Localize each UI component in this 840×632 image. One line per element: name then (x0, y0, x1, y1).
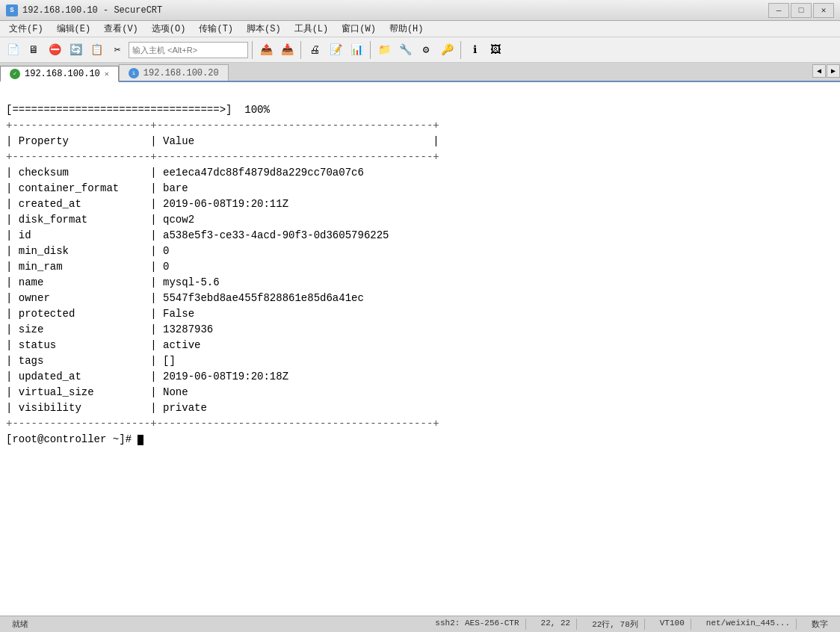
tab-2-label: 192.168.100.20 (143, 68, 219, 78)
tab-2[interactable]: i 192.168.100.20 (119, 64, 229, 81)
toolbar-separator-2 (300, 41, 301, 59)
reconnect-btn[interactable]: 🔄 (66, 40, 85, 60)
terminal-line: | name | mysql-5.6 (6, 275, 834, 291)
terminal-line: | container_format | bare (6, 181, 834, 196)
terminal-line: +----------------------+----------------… (6, 149, 834, 165)
paste-btn[interactable]: 📥 (277, 40, 297, 60)
keygen-btn[interactable]: 🔧 (395, 40, 415, 60)
menu-options[interactable]: 选项(O) (146, 21, 192, 37)
terminal-line: | protected | False (6, 306, 834, 322)
close-button[interactable]: ✕ (813, 3, 834, 18)
host-input[interactable] (129, 42, 248, 58)
thumbnail-btn[interactable]: 🖼 (486, 40, 505, 60)
terminal-line: | Property | Value | (6, 134, 834, 149)
terminal-line: +----------------------+----------------… (6, 118, 834, 134)
lock-btn[interactable]: 🔑 (437, 40, 457, 60)
toolbar: 📄 🖥 ⛔ 🔄 📋 ✂ 📤 📥 🖨 📝 📊 📁 🔧 ⚙ 🔑 ℹ 🖼 (0, 37, 840, 63)
status-bar: 就绪 ssh2: AES-256-CTR 22, 22 22行, 78列 VT1… (0, 616, 840, 632)
toolbar-separator-3 (370, 41, 371, 59)
status-position: 22, 22 (535, 619, 578, 630)
status-rowcol: 22行, 78列 (586, 619, 645, 630)
terminal-prompt: [root@controller ~]# (6, 432, 834, 447)
toolbar-separator-1 (252, 41, 253, 59)
del-btn[interactable]: ✂ (108, 40, 127, 60)
terminal-area[interactable]: [=================================>] 100… (0, 82, 840, 616)
terminal-line: | id | a538e5f3-ce33-4acd-90f3-0d3605796… (6, 228, 834, 244)
toolbar-separator-4 (460, 41, 461, 59)
terminal-line: | status | active (6, 338, 834, 353)
tab-1-close[interactable]: ✕ (105, 69, 109, 78)
terminal-line: | created_at | 2019-06-08T19:20:11Z (6, 196, 834, 212)
menu-bar: 文件(F) 编辑(E) 查看(V) 选项(O) 传输(T) 脚本(S) 工具(L… (0, 21, 840, 37)
tab-1-label: 192.168.100.10 (25, 69, 100, 79)
menu-script[interactable]: 脚本(S) (241, 21, 287, 37)
menu-help[interactable]: 帮助(H) (383, 21, 430, 37)
terminal-line: | checksum | ee1eca47dc88f4879d8a229cc70… (6, 165, 834, 181)
status-source: net/weixin_445... (700, 619, 797, 630)
terminal-line: | size | 13287936 (6, 322, 834, 338)
terminal-line: +----------------------+----------------… (6, 416, 834, 432)
print-btn[interactable]: 🖨 (305, 40, 324, 60)
log2-btn[interactable]: 📊 (347, 40, 366, 60)
terminal-line: | virtual_size | None (6, 385, 834, 400)
status-encryption: ssh2: AES-256-CTR (429, 619, 525, 630)
terminal-line: [=================================>] 100… (6, 102, 834, 118)
terminal-cursor (138, 435, 143, 445)
menu-edit[interactable]: 编辑(E) (51, 21, 97, 37)
menu-file[interactable]: 文件(F) (3, 21, 49, 37)
terminal-line: | min_ram | 0 (6, 259, 834, 275)
sftp-btn[interactable]: 📁 (374, 40, 394, 60)
window-controls: — □ ✕ (768, 3, 834, 18)
app-icon: S (6, 4, 18, 16)
log-btn[interactable]: 📝 (326, 40, 345, 60)
window-title: 192.168.100.10 - SecureCRT (22, 5, 162, 16)
maximize-button[interactable]: □ (791, 3, 812, 18)
menu-window[interactable]: 窗口(W) (336, 21, 382, 37)
terminal-line: | visibility | private (6, 400, 834, 416)
terminal-line: | tags | [] (6, 353, 834, 369)
terminal-line: | disk_format | qcow2 (6, 212, 834, 228)
status-numlock: 数字 (806, 619, 834, 630)
terminal-line: | updated_at | 2019-06-08T19:20:18Z (6, 369, 834, 385)
menu-view[interactable]: 查看(V) (98, 21, 144, 37)
tab-bar: ✓ 192.168.100.10 ✕ i 192.168.100.20 ◀ ▶ (0, 63, 840, 82)
menu-transfer[interactable]: 传输(T) (193, 21, 239, 37)
clone-btn[interactable]: 📋 (87, 40, 106, 60)
tab-1-icon: ✓ (10, 69, 20, 79)
info-btn[interactable]: ℹ (465, 40, 484, 60)
status-ready: 就绪 (6, 619, 34, 630)
terminal-line: | min_disk | 0 (6, 244, 834, 259)
minimize-button[interactable]: — (768, 3, 789, 18)
status-zoom: VT100 (654, 619, 691, 630)
new-session-btn[interactable]: 📄 (3, 40, 22, 60)
connect-btn[interactable]: 🖥 (24, 40, 43, 60)
tab-1[interactable]: ✓ 192.168.100.10 ✕ (0, 66, 119, 82)
tab-prev-btn[interactable]: ◀ (812, 64, 826, 78)
title-bar: S 192.168.100.10 - SecureCRT — □ ✕ (0, 0, 840, 21)
copy-btn[interactable]: 📤 (256, 40, 276, 60)
disconnect-btn[interactable]: ⛔ (45, 40, 64, 60)
tab-next-btn[interactable]: ▶ (827, 64, 840, 78)
tab-navigation: ◀ ▶ (812, 64, 840, 78)
terminal-line: | owner | 5547f3ebd8ae455f828861e85d6a41… (6, 291, 834, 306)
tab-2-icon: i (129, 68, 139, 78)
xmodem-btn[interactable]: ⚙ (416, 40, 436, 60)
menu-tools[interactable]: 工具(L) (288, 21, 335, 37)
